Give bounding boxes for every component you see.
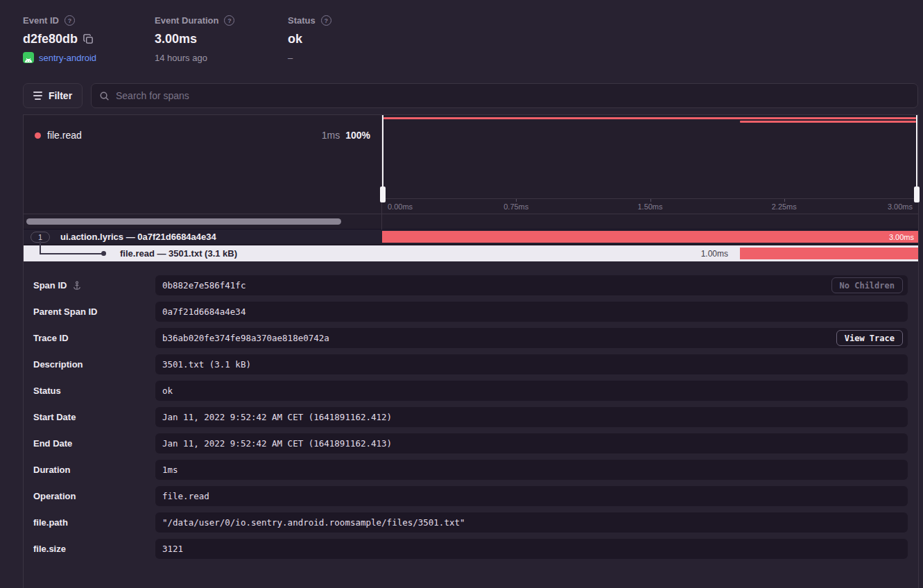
axis-tick-label: 0.75ms [503,202,528,211]
axis-tickmark [784,199,785,202]
status-sub: – [288,53,331,63]
detail-label: file.size [33,539,66,559]
event-id-value: d2fe80db [23,32,78,46]
detail-value[interactable]: ok [155,381,908,401]
detail-value[interactable]: b36ab020fe374fe98a370ae818e0742a View Tr… [155,328,908,348]
event-duration-column: Event Duration ? 3.00ms 14 hours ago [155,15,234,63]
anchor-icon[interactable] [72,281,82,291]
op-percent: 100% [345,130,370,141]
help-icon[interactable]: ? [64,15,75,26]
minimap-left-grip[interactable] [380,187,386,202]
axis-tick-label: 2.25ms [772,202,797,211]
axis-tickmark [650,199,651,202]
help-icon[interactable]: ? [321,15,331,26]
ops-breakdown-panel: file.read 1ms 100% [24,115,381,214]
span-row-left: 1 ui.action.lyrics — 0a7f21d6684a4e34 [24,230,216,244]
detail-value[interactable]: 3501.txt (3.1 kB) [155,354,908,374]
op-name: file.read [47,130,82,141]
span-row-parent[interactable]: 1 ui.action.lyrics — 0a7f21d6684a4e34 3.… [24,230,918,245]
detail-row-duration: Duration 1ms [24,460,918,480]
tree-connector [40,241,41,253]
search-icon [99,91,110,101]
span-duration-label: 1.00ms [382,245,734,261]
span-duration-bar[interactable]: 3.00ms [382,231,918,243]
span-details-panel: Span ID 0b882e7e586f41fc No Children Par… [24,261,918,588]
minimap-span-bar [383,117,916,119]
event-duration-ago: 14 hours ago [155,53,234,63]
filter-button[interactable]: Filter [23,83,83,108]
copy-icon[interactable] [83,34,94,44]
detail-label: Span ID [33,280,67,291]
detail-value[interactable]: "/data/user/0/io.sentry.android.roomsamp… [155,512,908,533]
status-label: Status [288,15,316,26]
span-search[interactable] [91,83,918,108]
tree-connector [40,253,103,254]
detail-row-operation: Operation file.read [24,486,918,506]
project-link[interactable]: sentry-android [39,53,96,63]
event-id-label: Event ID [23,15,59,26]
axis-tick-label: 1.50ms [637,202,662,211]
status-label-row: Status ? [288,15,331,26]
detail-label: Trace ID [33,328,69,348]
detail-label: Operation [33,486,76,506]
detail-label: End Date [33,433,72,453]
event-id-column: Event ID ? d2fe80db sentry-android [23,15,96,63]
filter-icon [33,92,42,100]
detail-value[interactable]: 1ms [155,460,908,480]
trace-minimap[interactable] [382,115,918,198]
detail-row-end-date: End Date Jan 11, 2022 9:52:42 AM CET (16… [24,433,918,453]
detail-value[interactable]: file.read [155,486,908,506]
event-duration-value: 3.00ms [155,32,234,46]
detail-row-trace-id: Trace ID b36ab020fe374fe98a370ae818e0742… [24,328,918,348]
axis-tick-label: 0.00ms [388,202,413,211]
detail-row-file-path: file.path "/data/user/0/io.sentry.androi… [24,512,918,533]
detail-value[interactable]: 0b882e7e586f41fc No Children [155,275,908,295]
detail-value[interactable]: Jan 11, 2022 9:52:42 AM CET (1641891162.… [155,433,908,453]
no-children-button[interactable]: No Children [831,277,903,293]
tree-node-dot [101,251,106,256]
span-duration-bar[interactable] [740,248,918,259]
detail-row-status: Status ok [24,381,918,401]
view-trace-button[interactable]: View Trace [836,330,903,346]
help-icon[interactable]: ? [224,15,234,26]
detail-row-parent-span-id: Parent Span ID 0a7f21d6684a4e34 [24,302,918,322]
op-color-dot [35,132,41,139]
op-stats: 1ms 100% [322,130,370,141]
tree-scroll-row [24,214,918,230]
detail-label: Start Date [33,407,76,427]
span-title: ui.action.lyrics — 0a7f21d6684a4e34 [60,232,216,242]
toolbar: Filter [23,83,918,108]
detail-label: Status [33,381,61,401]
detail-row-span-id: Span ID 0b882e7e586f41fc No Children [24,275,918,295]
minimap-span-bar [740,121,916,123]
detail-value[interactable]: 3121 [155,539,908,559]
horizontal-scrollbar[interactable] [26,218,341,225]
op-duration: 1ms [322,130,340,141]
detail-label: Parent Span ID [33,302,97,322]
project-row: sentry-android [23,52,96,63]
detail-label: file.path [33,512,68,533]
detail-row-start-date: Start Date Jan 11, 2022 9:52:42 AM CET (… [24,407,918,427]
event-duration-label: Event Duration [155,15,218,26]
event-id-value-row: d2fe80db [23,32,96,46]
event-duration-label-row: Event Duration ? [155,15,234,26]
ops-legend-row[interactable]: file.read 1ms 100% [24,115,381,141]
event-id-label-row: Event ID ? [23,15,96,26]
search-input[interactable] [116,90,910,101]
filter-button-label: Filter [49,90,72,101]
status-column: Status ? ok – [288,15,331,63]
detail-row-description: Description 3501.txt (3.1 kB) [24,354,918,374]
detail-value[interactable]: 0a7f21d6684a4e34 [155,302,908,322]
detail-row-file-size: file.size 3121 [24,539,918,559]
minimap-right-handle[interactable] [916,115,917,202]
detail-value[interactable]: Jan 11, 2022 9:52:42 AM CET (1641891162.… [155,407,908,427]
android-platform-icon [23,52,34,63]
axis-tickmark [516,199,517,202]
time-axis: 0.00ms 0.75ms 1.50ms 2.25ms 3.00ms [382,198,918,214]
span-row-selected[interactable]: file.read — 3501.txt (3.1 kB) 1.00ms [24,245,918,261]
minimap-left-handle[interactable] [382,115,383,202]
axis-tick-label: 3.00ms [888,202,913,211]
minimap-right-grip[interactable] [914,187,920,202]
trace-view: file.read 1ms 100% 0.00ms 0.75ms 1.50ms … [23,114,919,588]
span-bar-label: 3.00ms [889,233,914,241]
